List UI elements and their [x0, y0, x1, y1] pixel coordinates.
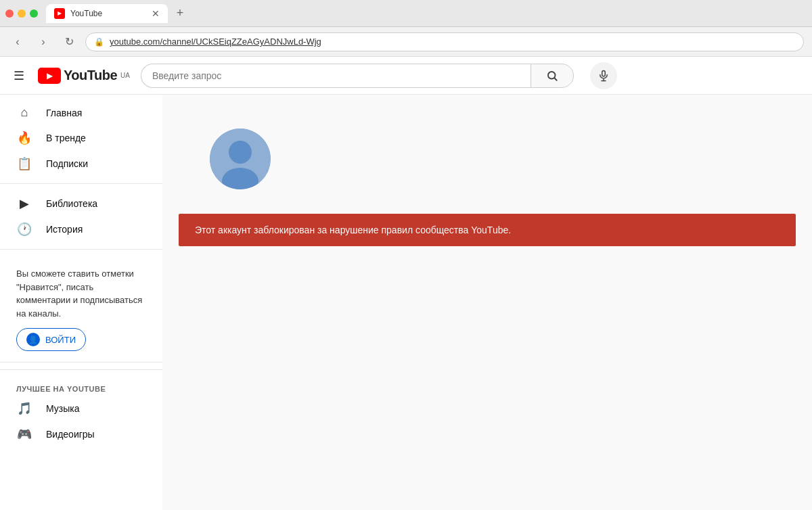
sidebar-divider-2: [0, 249, 162, 250]
sidebar-label-library: Библиотека: [46, 198, 97, 209]
tab-favicon: [54, 8, 65, 19]
close-button[interactable]: [5, 9, 14, 18]
signin-promo: Вы сможете ставить отметки "Нравится", п…: [0, 256, 162, 363]
sidebar-label-history: История: [46, 224, 83, 235]
minimize-button[interactable]: [18, 9, 26, 18]
search-icon: [546, 70, 558, 82]
nav-bar: ‹ › ↻ 🔒 youtube.com/channel/UCkSEiqZZeAG…: [0, 27, 812, 57]
sidebar-item-gaming[interactable]: 🎮 Видеоигры: [0, 421, 162, 447]
svg-line-1: [554, 78, 556, 80]
youtube-logo[interactable]: YouTubeUA: [38, 68, 130, 84]
search-bar: [141, 64, 574, 88]
svg-rect-2: [602, 70, 606, 76]
tab-close-button[interactable]: ✕: [152, 8, 160, 19]
search-button[interactable]: [531, 64, 574, 88]
channel-avatar: [210, 129, 271, 189]
reload-button[interactable]: ↻: [60, 32, 78, 51]
sidebar-item-trending[interactable]: 🔥 В тренде: [0, 125, 162, 151]
blocked-banner: Этот аккаунт заблокирован за нарушение п…: [179, 214, 796, 246]
avatar-image: [210, 129, 271, 189]
sidebar-item-subscriptions[interactable]: 📋 Подписки: [0, 151, 162, 177]
sidebar-item-music[interactable]: 🎵 Музыка: [0, 396, 162, 421]
forward-button[interactable]: ›: [34, 32, 53, 51]
traffic-lights: [5, 9, 38, 18]
title-bar: YouTube ✕ +: [0, 0, 812, 27]
tab-title: YouTube: [70, 9, 102, 18]
hamburger-menu-icon[interactable]: ☰: [11, 66, 27, 86]
trending-icon: 🔥: [16, 131, 32, 145]
sidebar-label-subscriptions: Подписки: [46, 158, 88, 169]
sidebar-divider-3: [0, 369, 162, 370]
address-bar[interactable]: 🔒 youtube.com/channel/UCkSEiqZZeAGyADNJw…: [85, 32, 804, 51]
sidebar-item-history[interactable]: 🕐 История: [0, 216, 162, 242]
sidebar-label-trending: В тренде: [46, 133, 86, 143]
sidebar: ⌂ Главная 🔥 В тренде 📋 Подписки ▶ Библио…: [0, 95, 162, 510]
channel-content: Этот аккаунт заблокирован за нарушение п…: [162, 95, 812, 510]
search-input[interactable]: [141, 64, 531, 88]
history-icon: 🕐: [16, 222, 32, 237]
library-icon: ▶: [16, 196, 32, 211]
youtube-logo-ua: UA: [120, 72, 130, 79]
browser-window: YouTube ✕ + ‹ › ↻ 🔒 youtube.com/channel/…: [0, 0, 812, 510]
music-icon: 🎵: [16, 401, 32, 416]
signin-btn-label: ВОЙТИ: [45, 335, 76, 345]
youtube-logo-text: YouTube: [64, 68, 117, 83]
back-button[interactable]: ‹: [8, 32, 27, 51]
svg-point-6: [229, 141, 252, 164]
channel-banner-area: [162, 95, 812, 203]
home-icon: ⌂: [16, 106, 32, 120]
signin-button[interactable]: 👤 ВОЙТИ: [16, 328, 86, 351]
signin-promo-text: Вы сможете ставить отметки "Нравится", п…: [16, 267, 146, 320]
lock-icon: 🔒: [94, 37, 104, 47]
microphone-button[interactable]: [590, 62, 617, 89]
tab-bar: YouTube ✕ +: [46, 4, 807, 23]
sidebar-section-best: ЛУЧШЕЕ НА YOUTUBE: [0, 377, 162, 396]
active-tab[interactable]: YouTube ✕: [46, 4, 168, 23]
sidebar-divider-1: [0, 183, 162, 184]
youtube-header: ☰ YouTubeUA: [0, 57, 812, 95]
new-tab-button[interactable]: +: [171, 4, 189, 23]
microphone-icon: [597, 70, 610, 82]
sidebar-label-music: Музыка: [46, 403, 80, 414]
sidebar-item-home[interactable]: ⌂ Главная: [0, 100, 162, 125]
signin-icon: 👤: [26, 333, 40, 346]
subscriptions-icon: 📋: [16, 156, 32, 171]
sidebar-label-gaming: Видеоигры: [46, 429, 95, 440]
youtube-logo-icon: [38, 68, 61, 84]
blocked-message: Этот аккаунт заблокирован за нарушение п…: [195, 225, 511, 235]
sidebar-label-home: Главная: [46, 108, 82, 118]
youtube-page: ☰ YouTubeUA ⌂ Главная: [0, 57, 812, 510]
youtube-main: ⌂ Главная 🔥 В тренде 📋 Подписки ▶ Библио…: [0, 95, 812, 510]
sidebar-item-library[interactable]: ▶ Библиотека: [0, 191, 162, 216]
gaming-icon: 🎮: [16, 427, 32, 442]
maximize-button[interactable]: [30, 9, 38, 18]
url-text: youtube.com/channel/UCkSEiqZZeAGyADNJwLd…: [110, 37, 321, 47]
